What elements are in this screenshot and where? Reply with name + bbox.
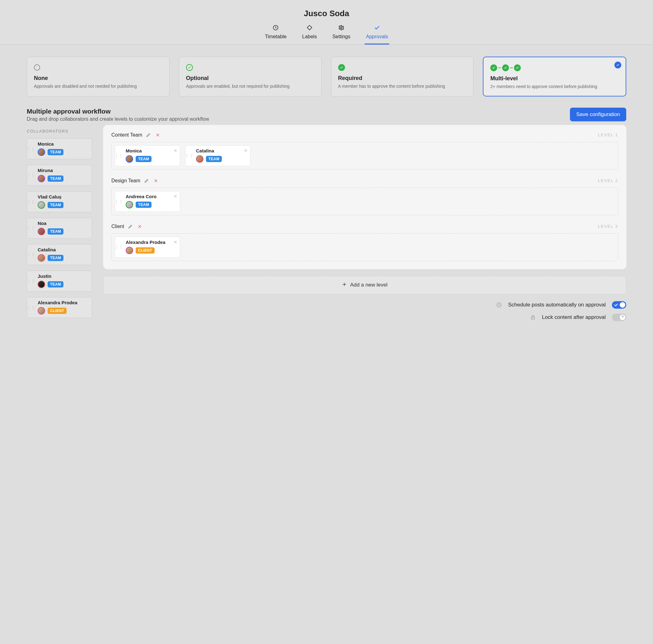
person-name: Alexandra Prodea — [38, 300, 89, 305]
person-name: Monica — [38, 141, 89, 146]
mode-card-multi[interactable]: Multi-level 2+ members need to approve c… — [483, 56, 626, 96]
add-level-button[interactable]: Add a new level — [103, 276, 626, 294]
approval-mode-cards: None Approvals are disabled and not need… — [0, 45, 653, 101]
drag-handle-icon[interactable]: ⋮⋮ — [115, 191, 123, 212]
level-dropzone[interactable]: ⋮⋮ ✕ Alexandra Prodea CLIENT — [112, 233, 618, 261]
drag-handle-icon[interactable]: ⋮⋮ — [27, 192, 34, 212]
drag-handle-icon[interactable]: ⋮⋮ — [115, 237, 123, 257]
drag-handle-icon[interactable]: ⋮⋮ — [27, 218, 34, 238]
drag-handle-icon[interactable]: ⋮⋮ — [27, 271, 34, 291]
workflow-subtitle: Drag and drop collaborators and create l… — [27, 116, 209, 122]
card-title: Optional — [186, 75, 315, 81]
avatar — [38, 175, 45, 182]
delete-level-button[interactable] — [154, 132, 161, 138]
clock-icon — [272, 25, 279, 32]
toggle-schedule[interactable] — [612, 301, 626, 309]
edit-level-button[interactable] — [143, 177, 150, 184]
levels-column: Content Team LEVEL 1 ⋮⋮ ✕ Monica TEAM ⋮⋮… — [103, 125, 626, 321]
tab-label: Settings — [332, 34, 350, 40]
avatar — [126, 201, 133, 209]
avatar — [38, 307, 45, 314]
tag-icon — [307, 25, 313, 32]
toggle-lock[interactable] — [612, 314, 626, 321]
card-desc: Approvals are enabled, but not required … — [186, 84, 315, 89]
workflow-heading: Multiple approval workflow Drag and drop… — [0, 101, 653, 125]
card-title: None — [34, 75, 162, 81]
person-name: Monica — [126, 148, 177, 153]
remove-member-button[interactable]: ✕ — [174, 148, 177, 153]
level-member-card[interactable]: ⋮⋮ ✕ Monica TEAM — [115, 145, 180, 166]
level: Client LEVEL 3 ⋮⋮ ✕ Alexandra Prodea CLI… — [112, 223, 618, 261]
tab-timetable[interactable]: Timetable — [264, 23, 288, 45]
avatar — [196, 155, 203, 163]
collaborators-list: ⋮⋮ Monica TEAM ⋮⋮ Miruna TEAM ⋮⋮ Vlad Ca… — [27, 139, 92, 318]
edit-level-button[interactable] — [127, 223, 134, 230]
level-dropzone[interactable]: ⋮⋮ ✕ Monica TEAM ⋮⋮ ✕ Catalina TEAM — [112, 142, 618, 170]
tab-settings[interactable]: Settings — [331, 23, 352, 45]
avatar — [126, 155, 133, 163]
level-name: Design Team — [112, 178, 140, 184]
drag-handle-icon[interactable]: ⋮⋮ — [27, 165, 34, 185]
check-circle-filled-icon — [502, 64, 509, 71]
role-badge: TEAM — [206, 156, 222, 162]
role-badge: TEAM — [136, 201, 151, 208]
tab-label: Approvals — [366, 34, 388, 40]
mode-card-required[interactable]: Required A member has to approve the con… — [331, 56, 474, 96]
level-member-card[interactable]: ⋮⋮ ✕ Catalina TEAM — [185, 145, 250, 166]
card-desc: 2+ members need to approve content befor… — [490, 84, 619, 90]
plus-icon — [342, 282, 347, 288]
tab-label: Timetable — [265, 34, 287, 40]
person-name: Catalina — [196, 148, 247, 153]
toggle-label: Schedule posts automatically on approval — [508, 302, 606, 308]
delete-level-button[interactable] — [153, 177, 159, 184]
drag-handle-icon[interactable]: ⋮⋮ — [27, 139, 34, 159]
collaborators-column: COLLABORATORS ⋮⋮ Monica TEAM ⋮⋮ Miruna T… — [27, 125, 92, 318]
card-title: Multi-level — [490, 75, 619, 82]
lock-icon — [530, 314, 536, 320]
settings-toggles: Schedule posts automatically on approval… — [103, 301, 626, 321]
gear-icon — [338, 25, 344, 32]
role-badge: TEAM — [48, 149, 64, 155]
collaborator-card[interactable]: ⋮⋮ Vlad Caluș TEAM — [27, 191, 92, 212]
tab-approvals[interactable]: Approvals — [365, 23, 389, 45]
tab-bar: Timetable Labels Settings Approvals — [0, 23, 653, 45]
delete-level-button[interactable] — [137, 223, 143, 230]
drag-handle-icon[interactable]: ⋮⋮ — [186, 146, 193, 166]
collaborator-card[interactable]: ⋮⋮ Miruna TEAM — [27, 165, 92, 186]
svg-point-1 — [341, 27, 342, 29]
tab-label: Labels — [302, 34, 317, 40]
person-name: Justin — [38, 273, 89, 279]
mode-card-none[interactable]: None Approvals are disabled and not need… — [27, 56, 170, 96]
role-badge: TEAM — [136, 156, 151, 162]
level-number-label: LEVEL 2 — [598, 178, 618, 183]
card-desc: Approvals are disabled and not needed fo… — [34, 84, 162, 89]
person-name: Noa — [38, 220, 89, 226]
remove-member-button[interactable]: ✕ — [244, 148, 248, 153]
drag-handle-icon[interactable]: ⋮⋮ — [115, 146, 123, 166]
edit-level-button[interactable] — [145, 132, 151, 138]
header: Jusco Soda Timetable Labels Settings App… — [0, 0, 653, 45]
collaborators-heading: COLLABORATORS — [27, 129, 92, 134]
level-dropzone[interactable]: ⋮⋮ ✕ Andreea Coro TEAM — [112, 188, 618, 215]
drag-handle-icon[interactable]: ⋮⋮ — [27, 244, 34, 265]
collaborator-card[interactable]: ⋮⋮ Noa TEAM — [27, 218, 92, 239]
tab-labels[interactable]: Labels — [301, 23, 318, 45]
page-title: Jusco Soda — [0, 0, 653, 18]
toggle-row-lock: Lock content after approval — [530, 314, 626, 321]
level-member-card[interactable]: ⋮⋮ ✕ Andreea Coro TEAM — [115, 191, 180, 212]
drag-handle-icon[interactable]: ⋮⋮ — [27, 297, 34, 318]
collaborator-card[interactable]: ⋮⋮ Alexandra Prodea CLIENT — [27, 297, 92, 318]
remove-member-button[interactable]: ✕ — [174, 194, 177, 199]
collaborator-card[interactable]: ⋮⋮ Monica TEAM — [27, 139, 92, 159]
person-name: Andreea Coro — [126, 194, 177, 199]
level-name: Client — [112, 224, 124, 229]
level-member-card[interactable]: ⋮⋮ ✕ Alexandra Prodea CLIENT — [115, 237, 180, 258]
remove-member-button[interactable]: ✕ — [174, 240, 177, 244]
person-name: Catalina — [38, 247, 89, 252]
save-button[interactable]: Save configuration — [570, 108, 626, 121]
collaborator-card[interactable]: ⋮⋮ Justin TEAM — [27, 271, 92, 291]
collaborator-card[interactable]: ⋮⋮ Catalina TEAM — [27, 244, 92, 265]
role-badge: TEAM — [48, 175, 64, 182]
mode-card-optional[interactable]: Optional Approvals are enabled, but not … — [179, 56, 322, 96]
level-number-label: LEVEL 3 — [598, 224, 618, 229]
